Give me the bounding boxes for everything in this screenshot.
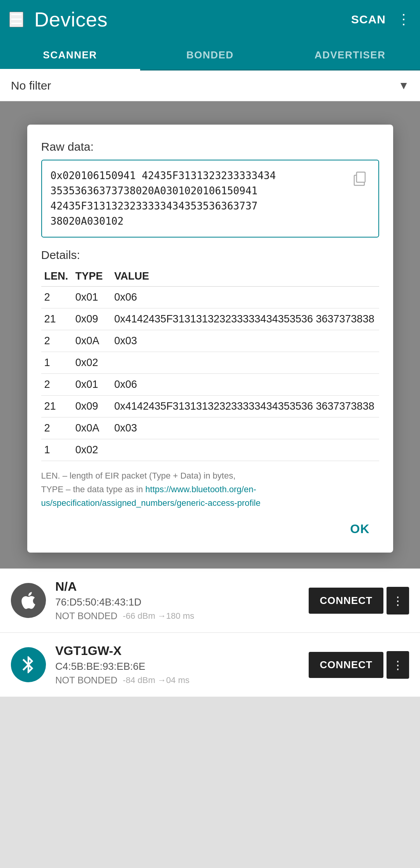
connect-button-2[interactable]: CONNECT [309,652,383,678]
table-row: 10x02 [41,352,379,374]
device-item: N/A 76:D5:50:4B:43:1D NOT BONDED -66 dBm… [0,569,420,633]
cell-len: 2 [41,330,72,352]
raw-data-title: Raw data: [41,140,379,153]
cell-type: 0x02 [72,439,111,461]
modal-actions: OK [41,518,379,540]
table-row: 20x0A0x03 [41,417,379,439]
device-info-1: N/A 76:D5:50:4B:43:1D NOT BONDED -66 dBm… [55,579,299,622]
cell-type: 0x09 [72,308,111,330]
details-title: Details: [41,248,379,262]
cell-type: 0x01 [72,374,111,396]
header-left: ☰ Devices [9,8,107,31]
tab-bonded[interactable]: BONDED [140,39,280,70]
details-table: LEN. TYPE VALUE 20x010x06210x090x4142435… [41,266,379,461]
cell-value: 0x4142435F313131323233333434353536 36373… [111,308,379,330]
raw-data-value: 0x020106150941 42435F3131323233333434353… [51,168,345,229]
table-row: 10x02 [41,439,379,461]
tab-advertiser[interactable]: ADVERTISER [280,39,420,70]
cell-value: 0x06 [111,287,379,308]
device-status-1: NOT BONDED -66 dBm →180 ms [55,611,299,622]
cell-len: 2 [41,287,72,308]
connect-area-1: CONNECT ⋮ [309,587,409,614]
device-avatar-2 [11,647,46,682]
connect-button-1[interactable]: CONNECT [309,588,383,614]
page-title: Devices [34,8,107,31]
cell-len: 2 [41,417,72,439]
copy-button[interactable] [350,168,370,190]
cell-value: 0x06 [111,374,379,396]
scan-button[interactable]: SCAN [351,13,386,26]
cell-value: 0x03 [111,417,379,439]
table-row: 210x090x4142435F313131323233333434353536… [41,308,379,330]
filter-label: No filter [11,79,51,92]
raw-data-container: 0x020106150941 42435F3131323233333434353… [41,160,379,238]
cell-len: 21 [41,308,72,330]
bluetooth-icon [18,655,39,675]
device-status-2: NOT BONDED -84 dBm →04 ms [55,675,299,686]
filter-bar[interactable]: No filter ▼ [0,70,420,101]
device-name-1: N/A [55,579,299,594]
col-header-type: TYPE [72,266,111,287]
col-header-len: LEN. [41,266,72,287]
table-row: 20x010x06 [41,287,379,308]
cell-value [111,352,379,374]
cell-len: 2 [41,374,72,396]
main-content: Raw data: 0x020106150941 42435F313132323… [0,101,420,697]
device-name-2: VGT1GW-X [55,644,299,658]
device-list: Raw data: 0x020106150941 42435F313132323… [0,101,420,697]
device-mac-2: C4:5B:BE:93:EB:6E [55,660,299,673]
filter-dropdown-icon: ▼ [398,79,409,92]
device-more-2[interactable]: ⋮ [387,651,409,679]
device-item-2: VGT1GW-X C4:5B:BE:93:EB:6E NOT BONDED -8… [0,633,420,697]
cell-value: 0x4142435F313131323233333434353536 36373… [111,396,379,417]
raw-data-modal: Raw data: 0x020106150941 42435F313132323… [27,125,393,553]
cell-type: 0x02 [72,352,111,374]
connect-area-2: CONNECT ⋮ [309,651,409,679]
cell-type: 0x0A [72,417,111,439]
menu-button[interactable]: ☰ [9,12,23,27]
cell-type: 0x0A [72,330,111,352]
col-header-value: VALUE [111,266,379,287]
tab-scanner[interactable]: SCANNER [0,39,140,70]
cell-len: 1 [41,439,72,461]
device-mac-1: 76:D5:50:4B:43:1D [55,596,299,608]
footer-note: LEN. – length of EIR packet (Type + Data… [41,469,379,510]
cell-value [111,439,379,461]
cell-value: 0x03 [111,330,379,352]
apple-icon [18,590,39,611]
device-avatar-1 [11,583,46,618]
svg-rect-1 [357,172,365,182]
more-options-icon[interactable]: ⋮ [397,11,411,28]
ok-button[interactable]: OK [341,518,379,540]
device-signal-1: -66 dBm →180 ms [123,611,194,621]
table-row: 20x0A0x03 [41,330,379,352]
modal-overlay: Raw data: 0x020106150941 42435F313132323… [0,101,420,569]
device-more-1[interactable]: ⋮ [387,587,409,614]
copy-icon [351,170,368,187]
table-row: 20x010x06 [41,374,379,396]
app-header: ☰ Devices SCAN ⋮ [0,0,420,39]
table-row: 210x090x4142435F313131323233333434353536… [41,396,379,417]
tab-bar: SCANNER BONDED ADVERTISER [0,39,420,70]
device-signal-2: -84 dBm →04 ms [123,675,190,685]
cell-type: 0x09 [72,396,111,417]
header-right: SCAN ⋮ [351,11,411,28]
cell-len: 1 [41,352,72,374]
cell-len: 21 [41,396,72,417]
device-info-2: VGT1GW-X C4:5B:BE:93:EB:6E NOT BONDED -8… [55,644,299,686]
cell-type: 0x01 [72,287,111,308]
